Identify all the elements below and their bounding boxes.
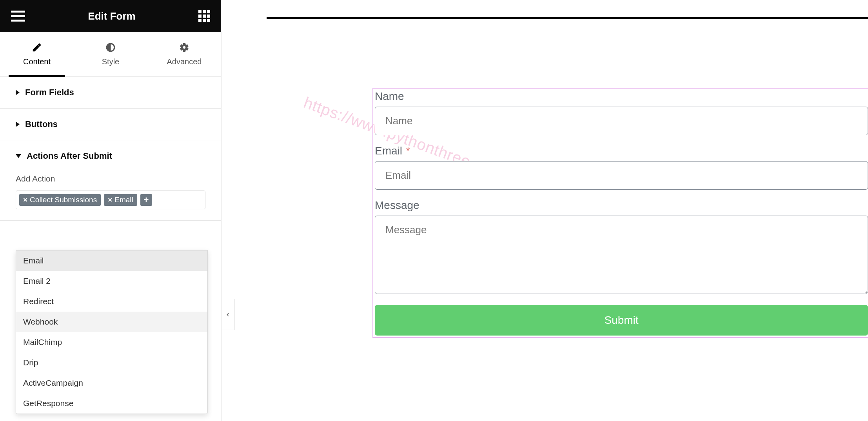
section-form-fields-label: Form Fields — [25, 87, 74, 98]
dropdown-option[interactable]: Redirect — [16, 291, 207, 312]
dropdown-option[interactable]: Webhook — [16, 312, 207, 332]
form-field: Name — [375, 90, 868, 135]
panel-title: Edit Form — [25, 10, 198, 22]
section-form-fields-toggle[interactable]: Form Fields — [0, 77, 221, 108]
section-actions-after-submit: Actions After Submit Add Action ×Collect… — [0, 140, 221, 221]
gear-icon — [179, 42, 189, 53]
section-buttons-label: Buttons — [25, 119, 58, 129]
action-tag[interactable]: ×Email — [104, 194, 137, 206]
dropdown-option[interactable]: ActiveCampaign — [16, 373, 207, 393]
dropdown-option[interactable]: Drip — [16, 352, 207, 373]
add-action-tagbox[interactable]: ×Collect Submissions×Email+ — [16, 191, 205, 209]
section-buttons-toggle[interactable]: Buttons — [0, 109, 221, 140]
tab-advanced[interactable]: Advanced — [147, 32, 221, 76]
tab-advanced-label: Advanced — [167, 57, 202, 66]
section-actions-body: Add Action ×Collect Submissions×Email+ — [0, 174, 221, 220]
tag-remove-icon[interactable]: × — [108, 196, 112, 204]
form-field-input[interactable] — [375, 107, 868, 135]
form-widget[interactable]: NameEmail *MessageSubmit — [372, 88, 868, 338]
form-field-input[interactable] — [375, 161, 868, 190]
form-field: Message — [375, 199, 868, 296]
panel-tabs: Content Style Advanced — [0, 32, 221, 77]
menu-icon[interactable] — [11, 11, 25, 22]
apps-grid-icon[interactable] — [198, 10, 210, 22]
form-field-label: Message — [375, 199, 419, 212]
submit-button[interactable]: Submit — [375, 305, 868, 336]
tab-content[interactable]: Content — [0, 32, 74, 76]
form-field-label: Name — [375, 90, 404, 103]
chevron-left-icon: ‹ — [227, 309, 229, 319]
section-actions-toggle[interactable]: Actions After Submit — [0, 140, 221, 172]
action-tag[interactable]: ×Collect Submissions — [19, 194, 101, 206]
caret-down-icon — [16, 154, 21, 158]
tag-remove-icon[interactable]: × — [23, 196, 27, 204]
dropdown-option[interactable]: GetResponse — [16, 393, 207, 414]
section-buttons: Buttons — [0, 109, 221, 140]
section-form-fields: Form Fields — [0, 77, 221, 109]
panel-header: Edit Form — [0, 0, 221, 32]
contrast-icon — [105, 42, 116, 53]
form-field-label: Email * — [375, 145, 410, 157]
dropdown-option[interactable]: MailChimp — [16, 332, 207, 352]
tab-content-label: Content — [23, 57, 51, 66]
caret-right-icon — [16, 90, 20, 95]
required-asterisk: * — [406, 145, 410, 156]
caret-right-icon — [16, 122, 20, 127]
tab-style[interactable]: Style — [74, 32, 147, 76]
dropdown-option[interactable]: Email — [16, 250, 207, 271]
canvas-section-divider[interactable] — [267, 17, 868, 19]
add-action-label: Add Action — [16, 174, 205, 183]
pencil-icon — [32, 42, 42, 53]
form-field-input[interactable] — [375, 216, 868, 294]
editor-panel: Edit Form Content Style Advanced F — [0, 0, 222, 421]
add-action-plus-button[interactable]: + — [140, 194, 152, 206]
section-actions-label: Actions After Submit — [27, 151, 112, 161]
form-field: Email * — [375, 145, 868, 190]
add-action-dropdown[interactable]: EmailEmail 2RedirectWebhookMailChimpDrip… — [16, 250, 208, 414]
panel-collapse-handle[interactable]: ‹ — [222, 299, 235, 330]
dropdown-option[interactable]: Email 2 — [16, 271, 207, 291]
tab-style-label: Style — [102, 57, 119, 66]
